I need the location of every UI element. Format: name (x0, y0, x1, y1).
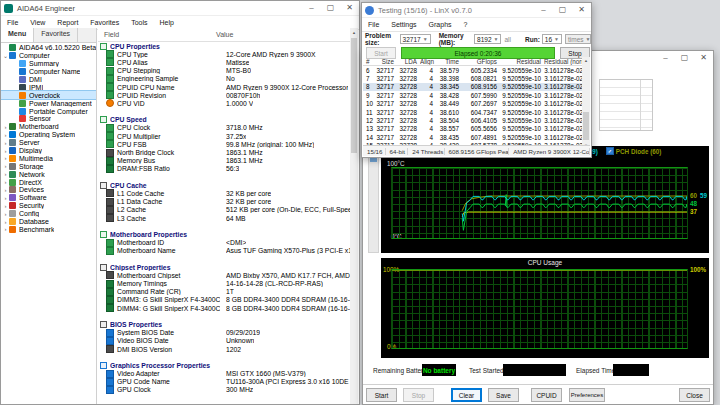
menu-item[interactable]: Graphs (423, 21, 458, 28)
field-row[interactable]: GPU Clock 300 MHz (98, 386, 353, 394)
tree-item[interactable]: Sensor (1, 115, 96, 123)
tree-item[interactable]: › Database (1, 218, 96, 226)
menu-item[interactable]: File (1, 19, 24, 26)
tree-item[interactable]: › Storage (1, 162, 96, 170)
problem-size-select[interactable]: 32717▼ (400, 34, 431, 44)
minimize-icon[interactable]: – (656, 51, 675, 65)
field-row[interactable]: Video Adapter MSI GTX 1660 (MS-V379) (98, 370, 353, 378)
tree-expander-icon[interactable]: › (2, 219, 9, 225)
tree-item[interactable]: Overclock (1, 91, 96, 99)
tree-expander-icon[interactable]: › (2, 195, 9, 201)
table-row[interactable]: 1032717 327284 38.449607.2697 9.520559e-… (363, 100, 582, 108)
memory-select[interactable]: 8192▼ (474, 34, 501, 44)
tree-item[interactable]: IPMI (1, 83, 96, 91)
tree-expander-icon[interactable]: › (2, 163, 9, 169)
field-row[interactable]: CPUID Revision 00870F10h (98, 91, 353, 99)
field-row[interactable] (98, 353, 353, 361)
field-row[interactable]: GPU Code Name TU116-300A (PCI Express 3.… (98, 378, 353, 386)
field-row[interactable]: CPU Stepping MTS-B0 (98, 67, 353, 75)
field-row[interactable] (98, 255, 353, 263)
field-row[interactable]: L2 Cache 512 KB per core (On-Die, ECC, F… (98, 206, 353, 214)
tree-item[interactable]: › Operating System (1, 131, 96, 139)
tree-item[interactable]: Summary (1, 60, 96, 68)
tree-item[interactable]: Computer Name (1, 68, 96, 76)
run-count-select[interactable]: 16▼ (542, 34, 562, 44)
menu-item[interactable]: Help (153, 19, 179, 26)
tree-expander-icon[interactable]: › (2, 140, 9, 146)
tree-item[interactable]: › Multimedia (1, 154, 96, 162)
tree-expander-icon[interactable]: › (2, 171, 9, 177)
start-button[interactable]: Start (366, 388, 397, 402)
field-row[interactable]: CPU Type 12-Core AMD Ryzen 9 3900X (98, 50, 353, 58)
table-row[interactable]: 1332717 327284 38.557605.5656 9.520559e-… (363, 125, 582, 133)
field-row[interactable]: DIMM4: G Skill SniperX F4-3400C16-8GSXW … (98, 304, 353, 312)
linx-titlebar[interactable]: Testing (15/16) - LinX v0.7.0 – ▢ ✕ (362, 3, 591, 18)
tree-expander-icon[interactable]: › (2, 211, 9, 217)
stop-button[interactable]: Stop (403, 388, 434, 402)
tree-item[interactable]: › Motherboard (1, 123, 96, 131)
field-row[interactable]: BIOS Properties (98, 320, 353, 328)
maximize-icon[interactable]: ▢ (675, 51, 694, 65)
tree-item[interactable]: › Benchmark (1, 225, 96, 233)
field-row[interactable]: L3 Cache 64 MB (98, 214, 353, 222)
field-row[interactable]: DRAM:FSB Ratio 56:3 (98, 165, 353, 173)
tree-expander-icon[interactable]: › (2, 155, 9, 161)
minimize-icon[interactable]: – (302, 1, 321, 15)
field-row[interactable]: Engineering Sample No (98, 75, 353, 83)
tree-expander-icon[interactable]: › (2, 179, 9, 185)
tree-item[interactable]: › Software (1, 194, 96, 202)
linx-table-header[interactable]: #SizeLDAAlignTimeGFlopsResidualResidual … (363, 57, 582, 66)
tree-item[interactable]: › Config (1, 210, 96, 218)
tree-item[interactable]: › DirectX (1, 178, 96, 186)
menu-item[interactable]: File (362, 21, 385, 28)
field-row[interactable]: System BIOS Date 09/29/2019 (98, 329, 353, 337)
tree-expander-icon[interactable]: › (2, 124, 9, 130)
table-row[interactable]: 632717 327284 38.579605.2334 9.520559e-1… (363, 66, 582, 74)
tree-item[interactable]: › Display (1, 147, 96, 155)
tree-item[interactable]: › Network (1, 170, 96, 178)
menu-item[interactable]: Tools (125, 19, 153, 26)
clear-button[interactable]: Clear (451, 388, 482, 402)
tab-menu[interactable]: Menu (1, 28, 34, 42)
field-row[interactable]: Motherboard Name Asus TUF Gaming X570-Pl… (98, 247, 353, 255)
graphs-scrollbar[interactable] (368, 147, 379, 253)
menu-item[interactable]: Settings (385, 21, 422, 28)
table-row[interactable]: 1232717 327284 38.504606.4105 9.520559e-… (363, 116, 582, 124)
field-row[interactable]: CPU Clock 3718.0 MHz (98, 124, 353, 132)
tree-item[interactable]: Power Management (1, 99, 96, 107)
close-icon[interactable]: ✕ (694, 51, 713, 65)
tree-expander-icon[interactable]: › (2, 226, 9, 232)
minimize-icon[interactable]: – (534, 3, 553, 17)
field-row[interactable]: DMI BIOS Version 1202 (98, 345, 353, 353)
field-row[interactable]: CPU Multiplier 37.25x (98, 132, 353, 140)
field-row[interactable]: Video BIOS Date Unknown (98, 337, 353, 345)
cpuid-button[interactable]: CPUID (531, 388, 562, 402)
tree-item[interactable]: › Security (1, 202, 96, 210)
field-row[interactable]: CPU FSB 99.8 MHz (original: 100 MHz) (98, 140, 353, 148)
tree-expander-icon[interactable]: › (2, 132, 9, 138)
tree-item[interactable]: Portable Computer (1, 107, 96, 115)
menu-item[interactable]: Favorites (84, 19, 125, 26)
value-column-header[interactable]: Value (216, 31, 233, 38)
table-row[interactable]: 732717 327284 38.398608.0821 9.520559e-1… (363, 74, 582, 82)
menu-item[interactable]: Report (51, 19, 84, 26)
close-icon[interactable]: ✕ (572, 3, 591, 17)
checkbox-icon[interactable]: ✓ (606, 147, 614, 155)
tree-expander-icon[interactable]: ⌄ (2, 52, 9, 59)
table-row[interactable]: 1432717 327284 38.435607.4891 9.520559e-… (363, 133, 582, 141)
field-row[interactable]: Memory Timings 14-16-14-28 (CL-RCD-RP-RA… (98, 279, 353, 287)
field-row[interactable]: Chipset Properties (98, 263, 353, 271)
linx-table-scrollbar[interactable]: ▲ ▼ (582, 57, 590, 149)
tree-item[interactable]: AIDA64 v6.10.5220 Beta (1, 44, 96, 52)
field-row[interactable]: L1 Code Cache 32 KB per core (98, 189, 353, 197)
field-row[interactable] (98, 108, 353, 116)
menu-item[interactable]: ? (458, 21, 474, 28)
table-row[interactable]: 932717 327284 38.428607.5990 9.520559e-1… (363, 91, 582, 99)
field-row[interactable]: Motherboard Chipset AMD Bixby X570, AMD … (98, 271, 353, 279)
run-unit-select[interactable]: times▼ (565, 34, 591, 44)
table-row[interactable]: 832717 327284 38.345608.9156 9.520559e-1… (363, 83, 582, 91)
tree-item[interactable]: ⌄ Computer (1, 52, 96, 60)
field-row[interactable]: Memory Bus 1863.1 MHz (98, 157, 353, 165)
tree-expander-icon[interactable]: › (2, 187, 9, 193)
all-label[interactable]: all (504, 36, 511, 43)
